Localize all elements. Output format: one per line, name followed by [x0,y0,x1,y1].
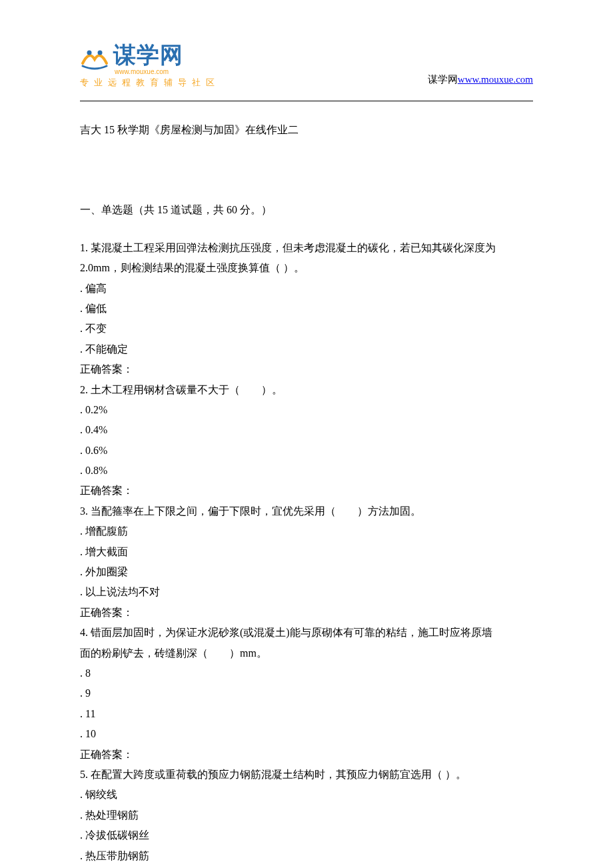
logo-block: 谋学网 www.mouxue.com 专业远程教育辅导社区 [80,40,220,89]
option-line: . 0.4% [80,420,533,440]
option-line: . 9 [80,683,533,703]
question-text-line: 面的粉刷铲去，砖缝剔深（ ）mm。 [80,643,533,663]
question-block: 1. 某混凝土工程采用回弹法检测抗压强度，但未考虑混凝土的碳化，若已知其碳化深度… [80,238,533,380]
site-label-text: 谋学网 [428,74,458,85]
option-line: . 增大截面 [80,542,533,562]
answer-label: 正确答案： [80,359,533,379]
question-text-line: 3. 当配箍率在上下限之间，偏于下限时，宜优先采用（ ）方法加固。 [80,501,533,521]
header-site-label: 谋学网www.mouxue.com [428,73,533,89]
option-line: . 10 [80,724,533,744]
question-block: 3. 当配箍率在上下限之间，偏于下限时，宜优先采用（ ）方法加固。. 增配腹筋.… [80,501,533,623]
option-line: . 外加圈梁 [80,562,533,582]
option-line: . 冷拔低碳钢丝 [80,825,533,845]
page-header: 谋学网 www.mouxue.com 专业远程教育辅导社区 谋学网www.mou… [80,40,533,89]
option-line: . 8 [80,663,533,683]
option-line: . 不能确定 [80,339,533,359]
option-line: . 钢绞线 [80,785,533,805]
logo-main-text: 谋学网 [113,40,183,71]
option-line: . 增配腹筋 [80,521,533,541]
svg-point-1 [98,50,103,55]
question-text-line: 2.0mm，则检测结果的混凝土强度换算值（ ）。 [80,258,533,278]
header-divider [80,101,533,101]
question-text-line: 5. 在配置大跨度或重荷载的预应力钢筋混凝土结构时，其预应力钢筋宜选用（ ）。 [80,765,533,785]
logo-icon [80,43,109,73]
answer-label: 正确答案： [80,745,533,765]
svg-point-0 [87,50,92,55]
questions-container: 1. 某混凝土工程采用回弹法检测抗压强度，但未考虑混凝土的碳化，若已知其碳化深度… [80,238,533,868]
logo-tagline: 专业远程教育辅导社区 [80,77,220,89]
logo-top-row: 谋学网 www.mouxue.com [80,40,220,75]
question-text-line: 4. 错面层加固时，为保证水泥砂浆(或混凝土)能与原砌体有可靠的粘结，施工时应将… [80,623,533,643]
question-block: 5. 在配置大跨度或重荷载的预应力钢筋混凝土结构时，其预应力钢筋宜选用（ ）。.… [80,765,533,868]
question-block: 4. 错面层加固时，为保证水泥砂浆(或混凝土)能与原砌体有可靠的粘结，施工时应将… [80,623,533,765]
site-url-link[interactable]: www.mouxue.com [458,74,533,85]
option-line: . 偏低 [80,299,533,319]
answer-label: 正确答案： [80,603,533,623]
option-line: . 0.6% [80,441,533,461]
option-line: . 热处理钢筋 [80,805,533,825]
logo-text-wrap: 谋学网 www.mouxue.com [113,40,183,75]
option-line: . 11 [80,704,533,724]
option-line: . 不变 [80,319,533,339]
question-block: 2. 土木工程用钢材含碳量不大于（ ）。. 0.2%. 0.4%. 0.6%. … [80,380,533,501]
page-container: 谋学网 www.mouxue.com 专业远程教育辅导社区 谋学网www.mou… [0,0,613,868]
answer-label: 正确答案： [80,481,533,501]
option-line: . 偏高 [80,279,533,299]
section-heading: 一、单选题（共 15 道试题，共 60 分。） [80,200,533,220]
option-line: . 0.8% [80,461,533,481]
option-line: . 热压带肋钢筋 [80,846,533,866]
document-title: 吉大 15 秋学期《房屋检测与加固》在线作业二 [80,120,533,140]
option-line: . 0.2% [80,400,533,420]
question-text-line: 1. 某混凝土工程采用回弹法检测抗压强度，但未考虑混凝土的碳化，若已知其碳化深度… [80,238,533,258]
option-line: . 以上说法均不对 [80,582,533,602]
question-text-line: 2. 土木工程用钢材含碳量不大于（ ）。 [80,380,533,400]
